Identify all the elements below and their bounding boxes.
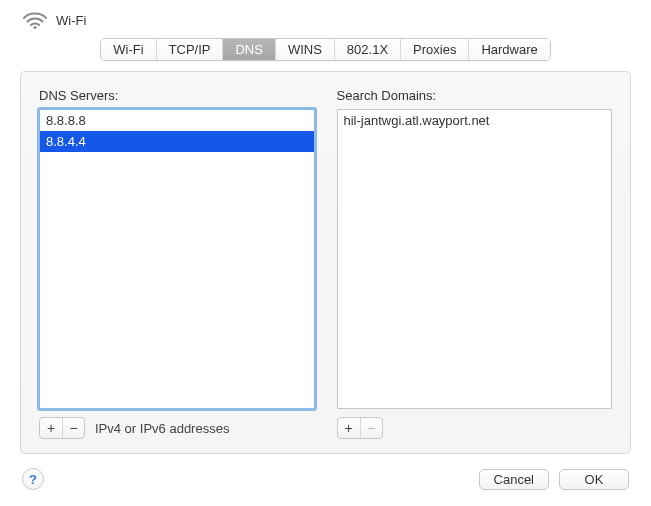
tab-hardware[interactable]: Hardware (469, 39, 549, 60)
dialog-footer: ? Cancel OK (0, 468, 651, 506)
ok-button[interactable]: OK (559, 469, 629, 490)
search-footer: + − (337, 417, 613, 439)
wifi-icon (22, 10, 48, 30)
cancel-button[interactable]: Cancel (479, 469, 549, 490)
dns-remove-button[interactable]: − (62, 418, 84, 438)
search-add-button[interactable]: + (338, 418, 360, 438)
plus-icon: + (47, 420, 55, 436)
dns-add-remove-group: + − (39, 417, 85, 439)
search-domains-label: Search Domains: (337, 88, 613, 103)
tab-proxies[interactable]: Proxies (401, 39, 469, 60)
search-add-remove-group: + − (337, 417, 383, 439)
minus-icon: − (69, 420, 77, 436)
tab-wins[interactable]: WINS (276, 39, 335, 60)
dns-footer: + − IPv4 or IPv6 addresses (39, 417, 315, 439)
plus-icon: + (344, 420, 352, 436)
tab-segmented-control: Wi-Fi TCP/IP DNS WINS 802.1X Proxies Har… (100, 38, 551, 61)
header: Wi-Fi (0, 0, 651, 34)
tab-row: Wi-Fi TCP/IP DNS WINS 802.1X Proxies Har… (0, 34, 651, 71)
tab-wifi[interactable]: Wi-Fi (101, 39, 156, 60)
help-icon: ? (29, 472, 37, 487)
help-button[interactable]: ? (22, 468, 44, 490)
columns: DNS Servers: 8.8.8.8 8.8.4.4 + − IPv4 or (39, 88, 612, 439)
list-item[interactable]: hil-jantwgi.atl.wayport.net (338, 110, 612, 131)
list-item[interactable]: 8.8.8.8 (40, 110, 314, 131)
list-item[interactable]: 8.8.4.4 (40, 131, 314, 152)
dns-hint: IPv4 or IPv6 addresses (95, 421, 229, 436)
network-advanced-window: Wi-Fi Wi-Fi TCP/IP DNS WINS 802.1X Proxi… (0, 0, 651, 506)
dns-servers-label: DNS Servers: (39, 88, 315, 103)
search-remove-button[interactable]: − (360, 418, 382, 438)
minus-icon: − (367, 420, 375, 436)
dns-servers-listbox[interactable]: 8.8.8.8 8.8.4.4 (39, 109, 315, 409)
dns-add-button[interactable]: + (40, 418, 62, 438)
search-domains-listbox[interactable]: hil-jantwgi.atl.wayport.net (337, 109, 613, 409)
search-domains-column: Search Domains: hil-jantwgi.atl.wayport.… (337, 88, 613, 439)
tab-8021x[interactable]: 802.1X (335, 39, 401, 60)
header-title: Wi-Fi (56, 13, 86, 28)
dns-servers-column: DNS Servers: 8.8.8.8 8.8.4.4 + − IPv4 or (39, 88, 315, 439)
tab-tcpip[interactable]: TCP/IP (157, 39, 224, 60)
dns-pane: DNS Servers: 8.8.8.8 8.8.4.4 + − IPv4 or (20, 71, 631, 454)
svg-point-0 (33, 26, 36, 29)
tab-dns[interactable]: DNS (223, 39, 275, 60)
